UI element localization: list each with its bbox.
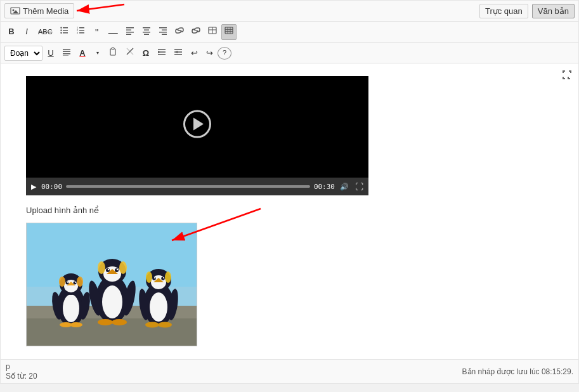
indent-icon — [157, 48, 166, 56]
clear-format-icon — [126, 47, 134, 56]
svg-rect-43 — [63, 55, 68, 56]
svg-point-84 — [106, 268, 110, 272]
video-player: ▶ 00:00 00:30 🔊 ⛶ — [26, 76, 553, 195]
toolbar-right: Trực quan Văn bản — [479, 4, 575, 18]
justify-button[interactable] — [59, 46, 74, 61]
status-left: p Số từ: 20 — [6, 362, 37, 381]
svg-point-76 — [70, 322, 82, 327]
svg-point-82 — [119, 261, 127, 274]
table-button[interactable] — [205, 24, 220, 39]
horizontal-rule-button[interactable]: — — [105, 23, 121, 41]
align-left-icon — [126, 26, 134, 35]
word-count: Số từ: 20 — [6, 372, 37, 381]
svg-rect-27 — [159, 32, 167, 33]
svg-rect-40 — [63, 49, 70, 50]
svg-rect-45 — [112, 48, 114, 49]
ordered-list-button[interactable]: 123 — [74, 24, 89, 40]
upload-text: Upload hình ảnh nề — [26, 206, 553, 215]
svg-point-86 — [108, 269, 109, 270]
svg-point-70 — [74, 282, 77, 285]
video-progress-bar[interactable] — [66, 185, 310, 188]
svg-point-71 — [67, 282, 68, 283]
ol-icon: 123 — [77, 26, 86, 35]
underline-button[interactable]: U — [44, 46, 58, 61]
svg-point-101 — [154, 277, 155, 278]
svg-point-100 — [161, 277, 165, 280]
strikethrough-button[interactable]: ABC — [35, 25, 56, 39]
svg-marker-55 — [175, 51, 178, 53]
add-media-button[interactable]: Thêm Media — [4, 3, 74, 18]
format-select[interactable]: Đoạn — [4, 46, 42, 61]
svg-point-68 — [77, 277, 83, 287]
svg-rect-25 — [159, 27, 167, 29]
paste-text-button[interactable] — [106, 45, 121, 61]
svg-rect-24 — [144, 34, 149, 35]
video-controls: ▶ 00:00 00:30 🔊 ⛶ — [26, 178, 368, 195]
svg-line-30 — [194, 29, 198, 32]
text-view-button[interactable]: Văn bản — [532, 4, 575, 18]
toolbar-formatting-row2: B I ABC 123 " — — [1, 22, 578, 43]
svg-point-72 — [75, 282, 76, 283]
status-bar: p Số từ: 20 Bản nháp được lưu lúc 08:15:… — [1, 359, 578, 383]
special-char-button[interactable]: Ω — [139, 46, 153, 61]
svg-point-10 — [60, 32, 62, 33]
svg-point-9 — [60, 29, 62, 30]
penguin-image — [26, 223, 197, 346]
fullscreen-button[interactable] — [559, 67, 575, 84]
indent-button[interactable] — [154, 46, 169, 61]
font-color-button[interactable]: A — [75, 46, 89, 61]
italic-button[interactable]: I — [20, 24, 34, 39]
unlink-icon — [192, 27, 200, 34]
video-fullscreen-button[interactable]: ⛶ — [354, 182, 365, 192]
video-play-circle — [183, 110, 211, 138]
svg-rect-18 — [126, 29, 131, 30]
toolbar-formatting-row3: Đoạn U A ▾ Ω ↩ ↪ ? — [1, 43, 578, 63]
blockquote-button[interactable]: " — [90, 23, 104, 41]
video-current-time: 00:00 — [41, 183, 62, 191]
align-left-button[interactable] — [122, 24, 138, 40]
svg-rect-23 — [143, 32, 150, 33]
visual-view-button[interactable]: Trực quan — [479, 4, 528, 18]
svg-point-1 — [13, 10, 15, 11]
svg-rect-6 — [63, 30, 68, 31]
svg-point-97 — [165, 271, 171, 283]
svg-rect-7 — [63, 32, 68, 34]
align-right-button[interactable] — [155, 24, 171, 40]
svg-point-93 — [150, 292, 167, 322]
unlink-button[interactable] — [188, 24, 204, 39]
add-media-label: Thêm Media — [23, 6, 68, 16]
editor-content[interactable]: ▶ 00:00 00:30 🔊 ⛶ Upload hình ảnh nề — [1, 63, 578, 359]
svg-point-102 — [163, 277, 164, 278]
svg-rect-22 — [144, 29, 149, 30]
ul-icon — [60, 26, 69, 35]
undo-button[interactable]: ↩ — [187, 46, 201, 61]
unordered-list-button[interactable] — [57, 24, 72, 40]
svg-rect-11 — [79, 27, 84, 29]
help-button[interactable]: ? — [218, 47, 231, 60]
font-color-arrow-button[interactable]: ▾ — [91, 48, 105, 58]
toolbar-left: Thêm Media — [4, 3, 74, 18]
red-arrow-annotation — [70, 0, 127, 23]
clear-format-button[interactable] — [122, 45, 138, 61]
video-mute-button[interactable]: 🔊 — [339, 183, 350, 191]
svg-point-87 — [117, 269, 118, 270]
svg-point-69 — [66, 282, 69, 285]
svg-rect-26 — [162, 29, 167, 30]
link-icon — [175, 27, 184, 34]
svg-point-8 — [60, 27, 62, 28]
svg-rect-5 — [63, 27, 68, 29]
align-center-button[interactable] — [139, 24, 154, 40]
table-icon — [208, 27, 217, 34]
outdent-button[interactable] — [171, 46, 186, 61]
autosave-text: Bản nháp được lưu lúc 08:15:29. — [462, 367, 573, 376]
svg-point-67 — [59, 277, 65, 287]
video-play-button[interactable]: ▶ — [30, 183, 37, 191]
svg-rect-41 — [63, 51, 70, 52]
link-button[interactable] — [172, 24, 187, 39]
table-grid-button[interactable] — [221, 24, 237, 39]
bold-button[interactable]: B — [4, 24, 18, 39]
table-grid-icon — [224, 27, 233, 34]
html-tag: p — [6, 362, 37, 371]
redo-button[interactable]: ↪ — [202, 46, 216, 61]
svg-marker-51 — [158, 51, 160, 53]
